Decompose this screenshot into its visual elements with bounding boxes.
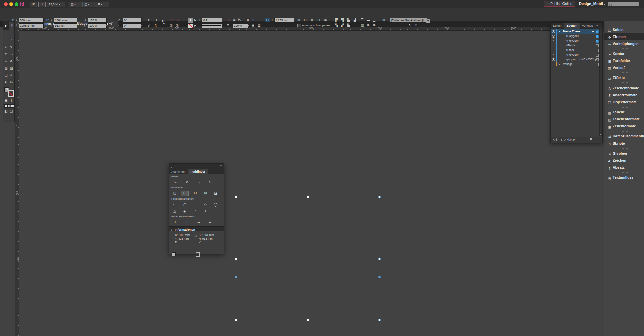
pen-tool[interactable]: ✒: [3, 44, 9, 51]
selection-square[interactable]: [596, 49, 599, 52]
convert-ellipse-button[interactable]: ○: [192, 202, 199, 207]
normal-view-mode-button[interactable]: ◧: [3, 109, 9, 114]
convert-rectangle-button[interactable]: ▭: [171, 202, 178, 207]
align-top-icon[interactable]: ▟: [354, 18, 356, 22]
fit-content-to-frame-icon[interactable]: ⊡: [317, 18, 320, 22]
dock-item-farbfelder[interactable]: ⊞Farbfelder: [604, 57, 644, 64]
scale-y-field[interactable]: 100 %: [88, 23, 107, 28]
chevron-down-icon[interactable]: ▾: [105, 24, 107, 27]
dock-item-objektformate[interactable]: ❑Objektformate: [604, 99, 644, 106]
frame-anchor-handle[interactable]: [378, 276, 381, 278]
close-path-button[interactable]: ○: [195, 180, 203, 185]
distribute-right-icon[interactable]: ▙: [347, 23, 350, 27]
panel-title-bar[interactable]: × ««: [169, 164, 224, 168]
convert-plain-point-button[interactable]: ⊥: [171, 220, 179, 225]
pathfinder-exclude-button[interactable]: ⊞: [202, 191, 209, 196]
object-name[interactable]: <Polygon>: [566, 38, 579, 43]
visibility-eye-icon[interactable]: [552, 40, 555, 42]
object-style-arrow-icon[interactable]: ▾: [426, 19, 430, 23]
layer-row-pfad[interactable]: <Pfad>: [551, 43, 600, 48]
transparency-icon[interactable]: ⬓: [258, 23, 261, 27]
opacity-menu-arrow-icon[interactable]: ▶: [247, 24, 249, 27]
layer-row-image[interactable]: <picjum..._HNCK8332.jpg>: [551, 57, 600, 62]
fx-icon[interactable]: fx.: [238, 18, 241, 21]
x-position-field[interactable]: 500 mm: [19, 18, 44, 23]
convert-triangle-button[interactable]: △: [171, 209, 178, 214]
dock-item-verlauf[interactable]: ▥Verlauf: [604, 64, 644, 71]
scale-x-field[interactable]: 100 %: [88, 18, 107, 23]
pathfinder-subtract-button[interactable]: ❐: [181, 191, 188, 196]
reverse-path-button[interactable]: ⇆: [206, 180, 214, 185]
panel-menu-icon[interactable]: ≡: [221, 227, 222, 231]
object-name[interactable]: <Pfad>: [566, 43, 575, 48]
free-transform-tool[interactable]: ✥: [9, 58, 14, 65]
workspace-switcher[interactable]: Design_Mobil ▾: [579, 2, 605, 6]
corner-radius-stepper[interactable]: ⇕: [271, 18, 273, 22]
apply-gradient-button[interactable]: [8, 104, 11, 108]
fit-frame-to-content-icon[interactable]: ⊠: [311, 18, 313, 22]
selection-square[interactable]: [596, 44, 599, 47]
convert-oval-button[interactable]: ◯: [212, 202, 219, 207]
page-tool[interactable]: ▱: [3, 30, 9, 37]
corner-radius-field[interactable]: 4,233 mm: [274, 18, 294, 23]
dock-item-tabelle[interactable]: ▦Tabelle: [604, 109, 644, 116]
line-tool[interactable]: ∕: [9, 37, 14, 44]
new-layer-icon[interactable]: ⊞: [590, 137, 592, 143]
convert-orthogonal-line-button[interactable]: +: [202, 209, 209, 214]
x-stepper[interactable]: ⇕: [15, 18, 18, 22]
align-vertical-center-icon[interactable]: ▬: [367, 18, 370, 22]
drop-shadow-icon[interactable]: ◉: [252, 23, 254, 27]
rectangle-tool[interactable]: ▭: [9, 51, 14, 58]
select-container-icon[interactable]: ◰: [170, 18, 173, 22]
selection-square[interactable]: [596, 30, 599, 33]
object-name[interactable]: <Pfad>: [566, 48, 575, 52]
fill-swatch[interactable]: ?: [188, 18, 193, 23]
arrange-documents-dropdown[interactable]: ⊞ ▾: [96, 2, 109, 7]
dock-item-kontur[interactable]: ≡Kontur: [604, 50, 644, 57]
dock-item-verknuepfungen[interactable]: ∞Verknüpfungen: [604, 40, 644, 47]
selection-handle[interactable]: [307, 196, 309, 198]
window-zoom-button[interactable]: [15, 2, 18, 6]
corner-options-icon[interactable]: ▢: [227, 18, 230, 22]
align-center-icon[interactable]: ▜: [341, 18, 344, 22]
open-path-button[interactable]: ⊘: [183, 180, 191, 185]
select-previous-icon[interactable]: ◲: [170, 23, 173, 27]
clear-overrides-icon[interactable]: ↻: [409, 23, 411, 27]
autofit-checkbox[interactable]: [297, 24, 301, 27]
align-to-key-object-icon[interactable]: ⊞: [382, 18, 385, 22]
pencil-tool[interactable]: ✎: [9, 44, 14, 51]
center-content-icon[interactable]: ▣: [324, 18, 327, 22]
align-left-icon[interactable]: ▛: [335, 18, 338, 22]
stroke-swatch-none[interactable]: [188, 23, 193, 29]
distribute-center-icon[interactable]: ▞: [341, 23, 344, 27]
convert-symmetrical-point-button[interactable]: ↭: [206, 220, 214, 225]
view-options-dropdown[interactable]: ▤ ▾: [69, 2, 83, 7]
apply-color-button[interactable]: [4, 104, 8, 108]
visibility-eye-icon[interactable]: [552, 54, 555, 56]
select-content-icon[interactable]: ◱: [176, 18, 179, 22]
align-bottom-icon[interactable]: ▁: [373, 18, 375, 22]
y-stepper[interactable]: ⇕: [15, 23, 18, 27]
scissors-tool[interactable]: ✂: [3, 58, 9, 65]
rotate-cw-icon[interactable]: ↻: [148, 18, 150, 22]
fit-content-proportionally-icon[interactable]: ⊟: [304, 18, 307, 22]
selection-handle[interactable]: [378, 319, 381, 321]
selection-square[interactable]: [596, 35, 599, 38]
fill-menu-arrow-icon[interactable]: ▶: [194, 19, 196, 22]
break-link-to-style-icon[interactable]: ⊘: [415, 23, 417, 27]
layer-row-polygon[interactable]: <Polygon>: [551, 52, 600, 57]
formatting-affects-container-icon[interactable]: ▣: [3, 98, 9, 103]
convert-line-button[interactable]: ∕: [192, 209, 199, 214]
convert-beveled-rect-button[interactable]: ◇: [202, 202, 209, 207]
dock-item-effekte[interactable]: fxEffekte: [604, 74, 644, 81]
dock-group-handle[interactable]: [604, 130, 644, 133]
dock-item-absatz[interactable]: ¶Absatz: [604, 164, 644, 171]
tab-ausrichten[interactable]: Ausrichten: [169, 169, 188, 175]
stroke-weight-stepper[interactable]: ⇕: [199, 18, 201, 22]
zoom-tool[interactable]: ⊙: [9, 79, 14, 86]
visibility-eye-icon[interactable]: [552, 30, 555, 33]
wrap-object-shape-icon[interactable]: ⊞: [373, 23, 376, 27]
width-field[interactable]: 1064 mm: [54, 18, 77, 23]
dock-group-handle[interactable]: [604, 71, 644, 74]
join-path-button[interactable]: ∿: [171, 180, 179, 185]
